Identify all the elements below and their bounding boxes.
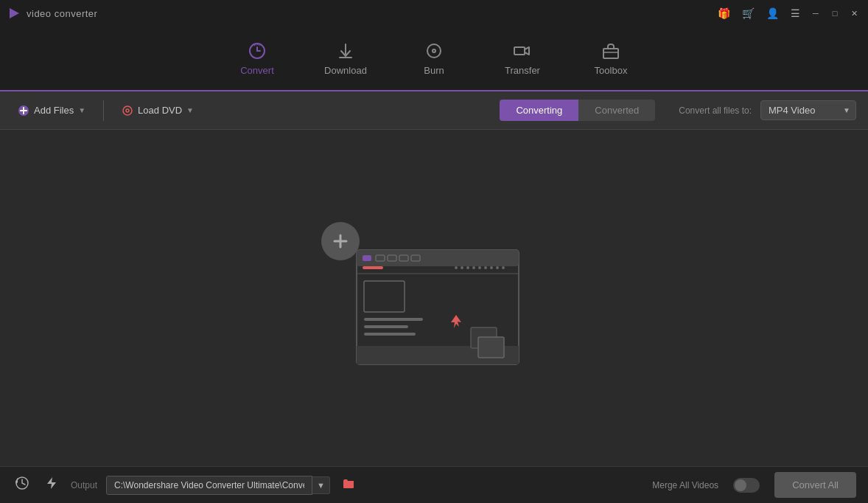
svg-marker-37 [47, 477, 56, 489]
output-path-input[interactable] [106, 476, 312, 495]
convert-all-button[interactable]: Convert All [774, 472, 856, 498]
acceleration-button[interactable] [41, 473, 62, 497]
svg-rect-34 [478, 337, 504, 358]
add-media-circle[interactable] [321, 222, 360, 260]
cart-icon[interactable]: 🛒 [739, 6, 757, 21]
nav-item-download[interactable]: Download [312, 34, 379, 83]
burn-nav-label: Burn [424, 65, 444, 76]
load-dvd-arrow-icon: ▼ [186, 106, 194, 114]
navigation-bar: Convert Download Burn Transfer Toolbox [0, 27, 868, 91]
title-bar-right: 🎁 🛒 👤 ☰ ─ □ ✕ [715, 6, 861, 21]
svg-rect-27 [364, 281, 405, 312]
svg-rect-30 [364, 333, 416, 336]
convert-all-files-label: Convert all files to: [679, 105, 752, 116]
separator [103, 100, 104, 121]
merge-all-videos-label: Merge All Videos [652, 480, 718, 490]
app-title: video converter [27, 8, 97, 19]
svg-point-19 [466, 266, 469, 269]
convert-nav-icon [248, 41, 267, 60]
drop-zone-illustration [342, 228, 526, 368]
add-files-label: Add Files [34, 105, 74, 116]
format-select[interactable]: MP4 Video MKV Video AVI Video MOV Video [760, 100, 856, 120]
toolbar: Add Files ▼ Load DVD ▼ Converting Conver… [0, 91, 868, 130]
load-dvd-button[interactable]: Load DVD ▼ [116, 100, 200, 121]
footer: Output ▼ Merge All Videos Convert All [0, 466, 868, 503]
plus-circle-icon [330, 231, 351, 252]
svg-point-2 [427, 44, 441, 58]
title-bar: video converter 🎁 🛒 👤 ☰ ─ □ ✕ [0, 0, 868, 27]
nav-item-burn[interactable]: Burn [401, 34, 467, 83]
svg-rect-5 [603, 49, 618, 58]
tab-converting[interactable]: Converting [500, 100, 578, 121]
plus-icon [18, 105, 29, 117]
close-button[interactable]: ✕ [847, 7, 861, 20]
toolbox-nav-icon [601, 41, 620, 60]
menu-icon[interactable]: ☰ [788, 6, 803, 21]
svg-point-21 [478, 266, 481, 269]
transfer-nav-icon [513, 41, 532, 60]
format-select-wrapper: MP4 Video MKV Video AVI Video MOV Video … [760, 100, 856, 120]
dvd-icon [122, 105, 133, 117]
output-path-dropdown-button[interactable]: ▼ [312, 476, 330, 494]
nav-item-toolbox[interactable]: Toolbox [578, 34, 644, 83]
output-path-wrapper: ▼ [106, 476, 330, 495]
svg-rect-28 [364, 318, 423, 321]
user-icon[interactable]: 👤 [763, 6, 782, 21]
add-files-arrow-icon: ▼ [78, 106, 85, 114]
history-icon [15, 476, 29, 490]
toolbox-nav-label: Toolbox [595, 65, 628, 76]
app-logo-icon [7, 7, 21, 20]
svg-point-22 [484, 266, 487, 269]
svg-rect-16 [363, 266, 383, 269]
folder-icon [342, 477, 355, 490]
svg-marker-0 [10, 8, 19, 18]
svg-point-18 [461, 266, 463, 269]
svg-point-3 [433, 49, 435, 52]
svg-rect-10 [357, 250, 519, 266]
merge-toggle-knob [735, 479, 746, 491]
burn-nav-icon [424, 41, 444, 60]
add-files-button[interactable]: Add Files ▼ [12, 100, 91, 121]
lightning-icon [44, 476, 59, 490]
svg-point-23 [490, 266, 493, 269]
download-nav-label: Download [324, 65, 367, 76]
merge-toggle[interactable] [733, 478, 760, 493]
download-nav-icon [336, 41, 355, 60]
nav-item-convert[interactable]: Convert [224, 34, 290, 83]
load-dvd-label: Load DVD [138, 105, 182, 116]
convert-nav-label: Convert [240, 65, 274, 76]
svg-point-20 [472, 266, 475, 269]
main-content-area [0, 130, 868, 466]
svg-point-8 [126, 109, 129, 112]
svg-rect-4 [514, 47, 525, 55]
minimize-button[interactable]: ─ [809, 7, 822, 20]
svg-marker-32 [451, 315, 461, 328]
tab-converted[interactable]: Converted [578, 100, 655, 121]
transfer-nav-label: Transfer [505, 65, 540, 76]
maximize-button[interactable]: □ [828, 7, 841, 20]
tabs-container: Converting Converted [500, 100, 655, 121]
output-label: Output [71, 480, 97, 490]
open-output-folder-button[interactable] [339, 474, 358, 496]
svg-point-25 [502, 266, 505, 269]
svg-rect-29 [364, 325, 408, 328]
gift-icon[interactable]: 🎁 [715, 6, 733, 21]
svg-point-24 [496, 266, 499, 269]
title-bar-left: video converter [7, 7, 97, 20]
svg-point-17 [455, 266, 458, 269]
nav-item-transfer[interactable]: Transfer [489, 34, 556, 83]
svg-point-7 [123, 106, 132, 115]
illustration-svg [342, 228, 526, 368]
history-button[interactable] [12, 473, 32, 497]
svg-rect-11 [363, 255, 371, 261]
